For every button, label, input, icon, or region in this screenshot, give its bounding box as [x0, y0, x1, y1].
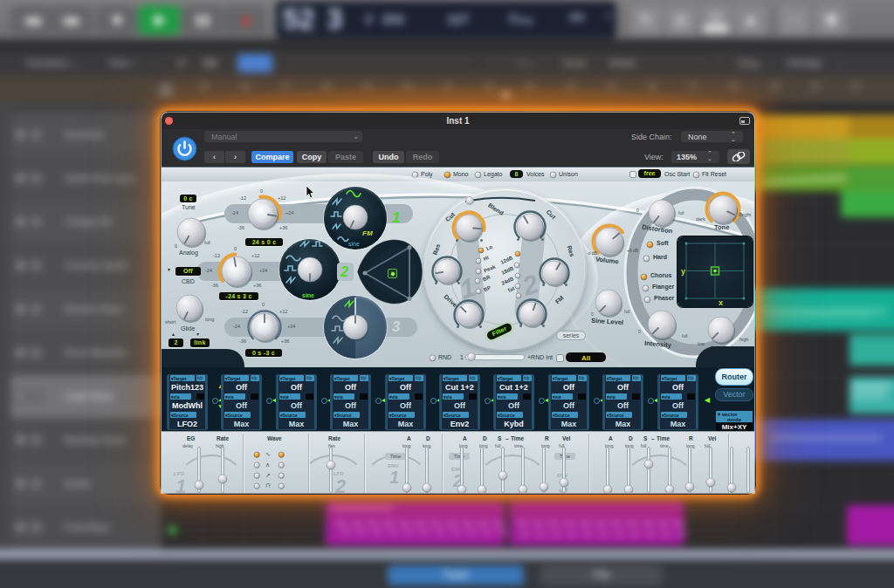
svg-text:x: x — [719, 298, 723, 307]
svg-text:y: y — [681, 267, 685, 276]
svg-text:sine: sine — [302, 292, 314, 298]
